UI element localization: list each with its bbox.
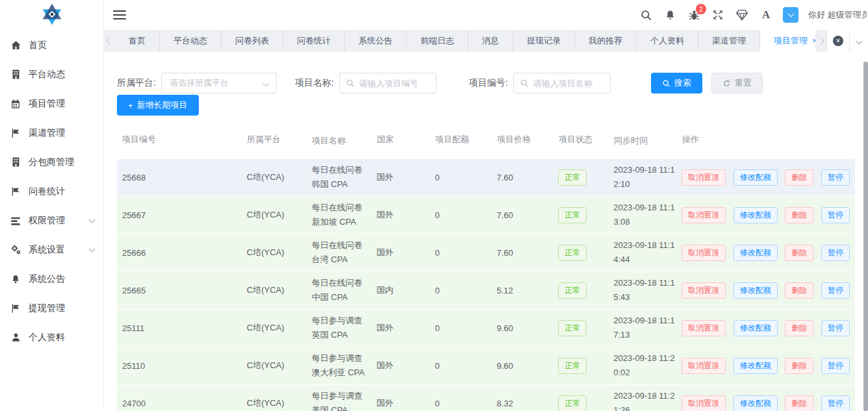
sidebar-item-channel-mgmt[interactable]: 渠道管理 — [0, 118, 103, 147]
brand-logo[interactable] — [0, 0, 103, 31]
tabbar: 首页 平台动态 问卷列表 问卷统计 系统公告 前端日志 消息 提现记录 我的推荐… — [104, 30, 868, 52]
cancel-top-button[interactable]: 取消置顶 — [682, 169, 726, 186]
table-row: 25110 C培(YCA) 每日参与调查 澳大利亚 CPA 国外 0 9.60 … — [117, 347, 855, 384]
cancel-top-button[interactable]: 取消置顶 — [682, 358, 726, 374]
sidebar-item-profile[interactable]: 个人资料 — [0, 323, 103, 352]
tab-channel-mgmt[interactable]: 渠道管理 — [698, 30, 760, 52]
gem-icon[interactable] — [735, 8, 749, 22]
edit-quota-button[interactable]: 修改配额 — [734, 245, 778, 261]
cancel-top-button[interactable]: 取消置顶 — [682, 395, 726, 411]
delete-button[interactable]: 删除 — [785, 395, 813, 411]
tab-profile[interactable]: 个人资料 — [637, 30, 698, 52]
chevron-down-icon — [89, 245, 96, 252]
tab-my-referrals[interactable]: 我的推荐 — [575, 30, 637, 52]
pause-button[interactable]: 暂停 — [821, 320, 850, 336]
pause-button[interactable]: 暂停 — [821, 282, 850, 299]
tab-survey-stats[interactable]: 问卷统计 — [283, 30, 345, 52]
tab-survey-list[interactable]: 问卷列表 — [222, 30, 283, 52]
hamburger-menu-icon[interactable] — [113, 8, 126, 22]
edit-quota-button[interactable]: 修改配额 — [734, 395, 778, 411]
search-icon — [520, 79, 529, 88]
status-badge: 正常 — [558, 169, 587, 186]
sidebar-item-home[interactable]: 首页 — [0, 31, 103, 60]
avatar[interactable] — [783, 7, 798, 23]
edit-quota-button[interactable]: 修改配额 — [734, 169, 778, 186]
projects-table: 项目编号 所属平台 项目名称 国家 项目配额 项目价格 项目状态 同步时间 操作… — [117, 131, 855, 411]
edit-quota-button[interactable]: 修改配额 — [734, 320, 778, 336]
reset-button[interactable]: 重置 — [711, 73, 763, 93]
delete-button[interactable]: 删除 — [785, 358, 813, 374]
add-long-term-project-button[interactable]: + 新增长期项目 — [117, 95, 199, 116]
tab-platform-news[interactable]: 平台动态 — [160, 30, 222, 52]
status-badge: 正常 — [558, 282, 587, 299]
sidebar-item-survey-stats[interactable]: 问卷统计 — [0, 177, 103, 206]
font-size-icon[interactable]: A — [759, 8, 773, 22]
tab-messages[interactable]: 消息 — [468, 30, 513, 52]
cancel-top-button[interactable]: 取消置顶 — [682, 320, 726, 336]
delete-button[interactable]: 删除 — [785, 320, 813, 336]
fullscreen-icon[interactable] — [711, 8, 725, 22]
platform-filter-label: 所属平台: — [117, 77, 156, 89]
notification-badge: 2 — [696, 4, 706, 14]
cancel-top-button[interactable]: 取消置顶 — [682, 282, 726, 299]
platform-select[interactable]: 请选择所属平台 — [161, 73, 277, 93]
cancel-top-button[interactable]: 取消置顶 — [682, 245, 726, 261]
pause-button[interactable]: 暂停 — [821, 207, 850, 223]
table-header-row: 项目编号 所属平台 项目名称 国家 项目配额 项目价格 项目状态 同步时间 操作 — [117, 131, 855, 159]
page-content: 所属平台: 请选择所属平台 项目名称: 项目编号: — [104, 52, 868, 411]
sidebar: 首页 平台动态 项目管理 渠道管理 分包商管理 问卷统计 — [0, 0, 104, 411]
flag-icon — [9, 303, 22, 314]
tabs-scroll-right-button[interactable] — [815, 30, 826, 52]
sidebar-nav: 首页 平台动态 项目管理 渠道管理 分包商管理 问卷统计 — [0, 31, 103, 352]
chevron-down-icon — [856, 38, 862, 44]
cancel-top-button[interactable]: 取消置顶 — [682, 207, 726, 223]
filter-bar: 所属平台: 请选择所属平台 项目名称: 项目编号: — [117, 73, 855, 93]
edit-quota-button[interactable]: 修改配额 — [734, 207, 778, 223]
open-tabs: 首页 平台动态 问卷列表 问卷统计 系统公告 前端日志 消息 提现记录 我的推荐… — [115, 30, 815, 52]
vertical-scrollbar[interactable] — [863, 62, 868, 411]
sidebar-item-subcontractor-mgmt[interactable]: 分包商管理 — [0, 147, 103, 177]
close-all-tabs-button[interactable]: ✕ — [826, 30, 849, 52]
pause-button[interactable]: 暂停 — [821, 245, 850, 261]
topbar-actions: 2 A 你好 超级管理员1 — [639, 7, 868, 23]
delete-button[interactable]: 删除 — [785, 282, 813, 299]
delete-button[interactable]: 删除 — [785, 207, 813, 223]
star-logo-icon — [40, 2, 64, 29]
sidebar-item-system-announcement[interactable]: 系统公告 — [0, 264, 103, 293]
status-badge: 正常 — [558, 395, 587, 411]
table-row: 24700 C培(YCA) 每日参与调查 美国 CPA 国外 0 8.32 正常… — [117, 385, 855, 411]
edit-quota-button[interactable]: 修改配额 — [734, 358, 778, 374]
app-window: 首页 平台动态 项目管理 渠道管理 分包商管理 问卷统计 — [0, 0, 868, 411]
search-icon — [662, 79, 670, 88]
chevron-left-icon — [107, 38, 113, 44]
tab-home[interactable]: 首页 — [115, 30, 160, 52]
user-greeting[interactable]: 你好 超级管理员1 — [808, 9, 867, 21]
delete-button[interactable]: 删除 — [785, 245, 813, 261]
bug-icon[interactable]: 2 — [687, 8, 701, 22]
sidebar-item-platform-news[interactable]: 平台动态 — [0, 60, 103, 89]
pause-button[interactable]: 暂停 — [821, 169, 850, 186]
tab-system-announcement[interactable]: 系统公告 — [345, 30, 407, 52]
tabs-scroll-left-button[interactable] — [104, 30, 115, 52]
project-name-input-wrap — [339, 73, 437, 93]
user-icon — [9, 332, 22, 342]
pause-button[interactable]: 暂停 — [821, 358, 850, 374]
tab-project-mgmt-active[interactable]: 项目管理× — [760, 30, 815, 52]
search-icon[interactable] — [639, 8, 653, 22]
building-icon — [9, 69, 22, 80]
tab-withdrawal-records[interactable]: 提现记录 — [513, 30, 575, 52]
close-all-icon: ✕ — [833, 36, 843, 46]
sidebar-item-project-mgmt[interactable]: 项目管理 — [0, 89, 103, 118]
tab-frontend-log[interactable]: 前端日志 — [407, 30, 468, 52]
pause-button[interactable]: 暂停 — [821, 395, 850, 411]
sidebar-item-permission-mgmt[interactable]: 权限管理 — [0, 206, 103, 235]
flag-icon — [9, 186, 22, 197]
project-code-filter-label: 项目编号: — [469, 77, 508, 89]
sidebar-item-system-settings[interactable]: 系统设置 — [0, 235, 103, 264]
edit-quota-button[interactable]: 修改配额 — [734, 282, 778, 299]
tab-options-dropdown[interactable] — [849, 30, 868, 52]
search-button[interactable]: 搜索 — [651, 73, 702, 93]
bell-icon[interactable] — [663, 8, 677, 22]
sidebar-item-withdrawal-mgmt[interactable]: 提现管理 — [0, 293, 103, 323]
delete-button[interactable]: 删除 — [785, 169, 813, 186]
